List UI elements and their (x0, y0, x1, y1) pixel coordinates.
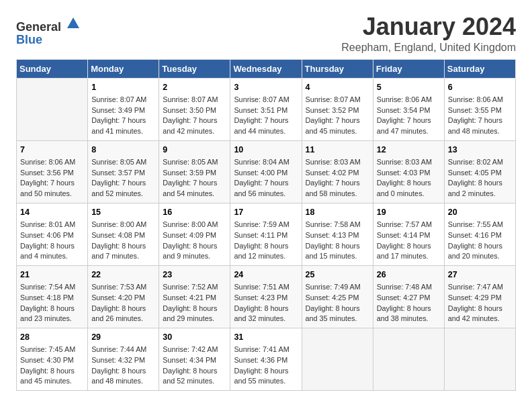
day-number: 13 (448, 144, 512, 156)
header-wednesday: Wednesday (230, 59, 302, 78)
calendar-cell: 29Sunrise: 7:44 AMSunset: 4:32 PMDayligh… (88, 328, 159, 390)
calendar-cell (444, 328, 515, 390)
day-number: 4 (306, 82, 369, 94)
calendar-cell: 26Sunrise: 7:48 AMSunset: 4:27 PMDayligh… (373, 265, 444, 328)
calendar-cell: 4Sunrise: 8:07 AMSunset: 3:52 PMDaylight… (302, 78, 373, 140)
logo: General Blue (16, 16, 81, 46)
calendar-cell (17, 78, 88, 140)
header-saturday: Saturday (444, 59, 515, 78)
calendar-cell: 15Sunrise: 8:00 AMSunset: 4:08 PMDayligh… (88, 203, 159, 265)
week-row-1: 1Sunrise: 8:07 AMSunset: 3:49 PMDaylight… (17, 78, 516, 140)
day-number: 8 (91, 144, 155, 156)
header-tuesday: Tuesday (159, 59, 230, 78)
day-number: 20 (448, 207, 512, 219)
calendar-cell: 12Sunrise: 8:03 AMSunset: 4:03 PMDayligh… (373, 140, 444, 203)
calendar-cell: 9Sunrise: 8:05 AMSunset: 3:59 PMDaylight… (159, 140, 230, 203)
day-info: Sunrise: 8:00 AMSunset: 4:09 PMDaylight:… (163, 220, 226, 262)
calendar-cell: 14Sunrise: 8:01 AMSunset: 4:06 PMDayligh… (17, 203, 88, 265)
calendar-cell: 20Sunrise: 7:55 AMSunset: 4:16 PMDayligh… (444, 203, 515, 265)
calendar-cell: 6Sunrise: 8:06 AMSunset: 3:55 PMDaylight… (444, 78, 515, 140)
day-info: Sunrise: 7:54 AMSunset: 4:18 PMDaylight:… (20, 282, 84, 324)
day-info: Sunrise: 8:06 AMSunset: 3:54 PMDaylight:… (377, 95, 441, 137)
day-info: Sunrise: 8:02 AMSunset: 4:05 PMDaylight:… (448, 157, 512, 199)
calendar-cell: 24Sunrise: 7:51 AMSunset: 4:23 PMDayligh… (230, 265, 302, 328)
page-header: General Blue January 2024 Reepham, Engla… (16, 13, 516, 54)
calendar-cell: 8Sunrise: 8:05 AMSunset: 3:57 PMDaylight… (88, 140, 159, 203)
calendar-cell: 30Sunrise: 7:42 AMSunset: 4:34 PMDayligh… (159, 328, 230, 390)
calendar-cell: 25Sunrise: 7:49 AMSunset: 4:25 PMDayligh… (302, 265, 373, 328)
day-info: Sunrise: 7:58 AMSunset: 4:13 PMDaylight:… (306, 220, 369, 262)
day-info: Sunrise: 8:05 AMSunset: 3:57 PMDaylight:… (91, 157, 155, 199)
svg-marker-0 (67, 17, 79, 28)
day-number: 21 (20, 269, 84, 281)
day-info: Sunrise: 7:44 AMSunset: 4:32 PMDaylight:… (91, 345, 155, 387)
week-row-4: 21Sunrise: 7:54 AMSunset: 4:18 PMDayligh… (17, 265, 516, 328)
day-info: Sunrise: 8:04 AMSunset: 4:00 PMDaylight:… (234, 157, 298, 199)
day-number: 18 (306, 207, 369, 219)
title-block: January 2024 Reepham, England, United Ki… (341, 13, 516, 54)
day-number: 15 (91, 207, 155, 219)
day-info: Sunrise: 7:42 AMSunset: 4:34 PMDaylight:… (163, 345, 226, 387)
calendar-cell: 2Sunrise: 8:07 AMSunset: 3:50 PMDaylight… (159, 78, 230, 140)
day-number: 26 (377, 269, 441, 281)
day-number: 23 (163, 269, 226, 281)
day-info: Sunrise: 7:45 AMSunset: 4:30 PMDaylight:… (20, 345, 84, 387)
day-number: 1 (91, 82, 155, 94)
day-number: 2 (163, 82, 226, 94)
day-info: Sunrise: 7:57 AMSunset: 4:14 PMDaylight:… (377, 220, 441, 262)
calendar-header-row: SundayMondayTuesdayWednesdayThursdayFrid… (17, 59, 516, 78)
calendar-cell (373, 328, 444, 390)
day-number: 16 (163, 207, 226, 219)
day-info: Sunrise: 8:07 AMSunset: 3:51 PMDaylight:… (234, 95, 298, 137)
calendar-cell: 11Sunrise: 8:03 AMSunset: 4:02 PMDayligh… (302, 140, 373, 203)
calendar-cell: 10Sunrise: 8:04 AMSunset: 4:00 PMDayligh… (230, 140, 302, 203)
day-number: 14 (20, 207, 84, 219)
calendar-cell: 16Sunrise: 8:00 AMSunset: 4:09 PMDayligh… (159, 203, 230, 265)
day-number: 25 (306, 269, 369, 281)
calendar-cell: 17Sunrise: 7:59 AMSunset: 4:11 PMDayligh… (230, 203, 302, 265)
day-info: Sunrise: 8:07 AMSunset: 3:50 PMDaylight:… (163, 95, 226, 137)
day-number: 29 (91, 332, 155, 344)
calendar-cell: 19Sunrise: 7:57 AMSunset: 4:14 PMDayligh… (373, 203, 444, 265)
day-info: Sunrise: 7:59 AMSunset: 4:11 PMDaylight:… (234, 220, 298, 262)
header-friday: Friday (373, 59, 444, 78)
day-info: Sunrise: 7:51 AMSunset: 4:23 PMDaylight:… (234, 282, 298, 324)
day-info: Sunrise: 8:07 AMSunset: 3:49 PMDaylight:… (91, 95, 155, 137)
calendar-cell: 21Sunrise: 7:54 AMSunset: 4:18 PMDayligh… (17, 265, 88, 328)
day-number: 27 (448, 269, 512, 281)
calendar-cell: 5Sunrise: 8:06 AMSunset: 3:54 PMDaylight… (373, 78, 444, 140)
day-number: 24 (234, 269, 298, 281)
day-info: Sunrise: 7:48 AMSunset: 4:27 PMDaylight:… (377, 282, 441, 324)
calendar-cell: 1Sunrise: 8:07 AMSunset: 3:49 PMDaylight… (88, 78, 159, 140)
logo-general: General (16, 20, 61, 34)
day-info: Sunrise: 8:05 AMSunset: 3:59 PMDaylight:… (163, 157, 226, 199)
month-title: January 2024 (341, 13, 516, 40)
calendar-cell: 18Sunrise: 7:58 AMSunset: 4:13 PMDayligh… (302, 203, 373, 265)
day-info: Sunrise: 7:47 AMSunset: 4:29 PMDaylight:… (448, 282, 512, 324)
day-info: Sunrise: 8:00 AMSunset: 4:08 PMDaylight:… (91, 220, 155, 262)
week-row-3: 14Sunrise: 8:01 AMSunset: 4:06 PMDayligh… (17, 203, 516, 265)
calendar-cell: 22Sunrise: 7:53 AMSunset: 4:20 PMDayligh… (88, 265, 159, 328)
day-info: Sunrise: 8:01 AMSunset: 4:06 PMDaylight:… (20, 220, 84, 262)
day-number: 19 (377, 207, 441, 219)
logo-blue: Blue (16, 33, 42, 46)
day-number: 6 (448, 82, 512, 94)
calendar-cell: 23Sunrise: 7:52 AMSunset: 4:21 PMDayligh… (159, 265, 230, 328)
calendar-cell: 7Sunrise: 8:06 AMSunset: 3:56 PMDaylight… (17, 140, 88, 203)
week-row-5: 28Sunrise: 7:45 AMSunset: 4:30 PMDayligh… (17, 328, 516, 390)
calendar-cell: 27Sunrise: 7:47 AMSunset: 4:29 PMDayligh… (444, 265, 515, 328)
day-number: 10 (234, 144, 298, 156)
day-info: Sunrise: 7:52 AMSunset: 4:21 PMDaylight:… (163, 282, 226, 324)
calendar-cell (302, 328, 373, 390)
day-info: Sunrise: 8:06 AMSunset: 3:56 PMDaylight:… (20, 157, 84, 199)
header-monday: Monday (88, 59, 159, 78)
calendar-cell: 13Sunrise: 8:02 AMSunset: 4:05 PMDayligh… (444, 140, 515, 203)
day-number: 28 (20, 332, 84, 344)
logo-icon (66, 16, 81, 31)
day-info: Sunrise: 8:07 AMSunset: 3:52 PMDaylight:… (306, 95, 369, 137)
day-number: 31 (234, 332, 298, 344)
day-number: 9 (163, 144, 226, 156)
day-number: 30 (163, 332, 226, 344)
day-number: 12 (377, 144, 441, 156)
header-sunday: Sunday (17, 59, 88, 78)
